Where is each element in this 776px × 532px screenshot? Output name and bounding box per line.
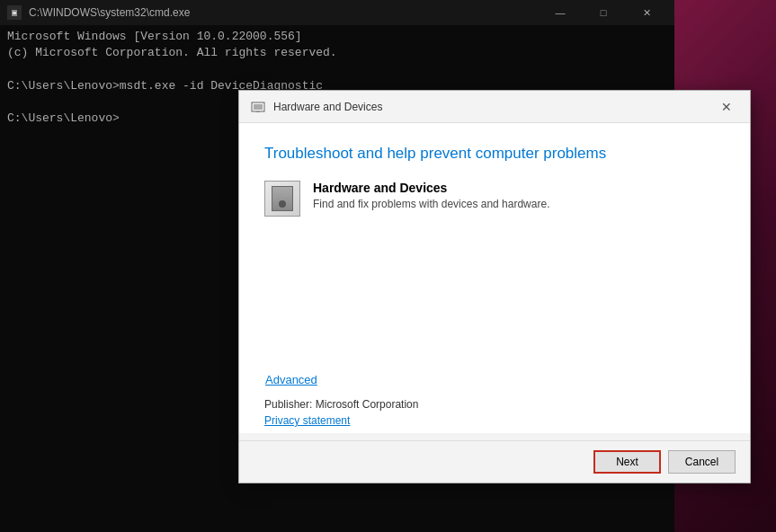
publisher-label: Publisher:: [264, 398, 312, 411]
cancel-button[interactable]: Cancel: [668, 450, 736, 474]
dialog-titlebar: Hardware and Devices ✕: [239, 91, 750, 123]
publisher-info: Publisher: Microsoft Corporation: [264, 398, 725, 411]
troubleshoot-info: Hardware and Devices Find and fix proble…: [313, 181, 549, 210]
dialog-title-text: Hardware and Devices: [273, 101, 714, 113]
dialog-title-icon: [250, 99, 266, 115]
body-spacer: [264, 231, 725, 348]
dialog-body: Troubleshoot and help prevent computer p…: [239, 123, 750, 362]
publisher-value: Microsoft Corporation: [316, 398, 419, 411]
svg-rect-2: [256, 111, 260, 112]
item-description: Find and fix problems with devices and h…: [313, 198, 549, 210]
advanced-link[interactable]: Advanced: [264, 372, 318, 387]
hw-icon-inner: [272, 186, 293, 211]
hardware-devices-dialog: Hardware and Devices ✕ Troubleshoot and …: [238, 90, 751, 483]
dialog-close-button[interactable]: ✕: [714, 96, 739, 118]
item-name: Hardware and Devices: [313, 181, 549, 195]
troubleshoot-item: Hardware and Devices Find and fix proble…: [264, 181, 725, 217]
privacy-statement-link[interactable]: Privacy statement: [264, 414, 350, 427]
dialog-action-bar: Next Cancel: [239, 440, 750, 483]
dialog-footer-links: Advanced Publisher: Microsoft Corporatio…: [239, 362, 750, 433]
svg-rect-1: [254, 104, 263, 110]
dialog-headline: Troubleshoot and help prevent computer p…: [264, 145, 725, 163]
next-button[interactable]: Next: [593, 450, 661, 474]
troubleshoot-icon: [264, 181, 300, 217]
